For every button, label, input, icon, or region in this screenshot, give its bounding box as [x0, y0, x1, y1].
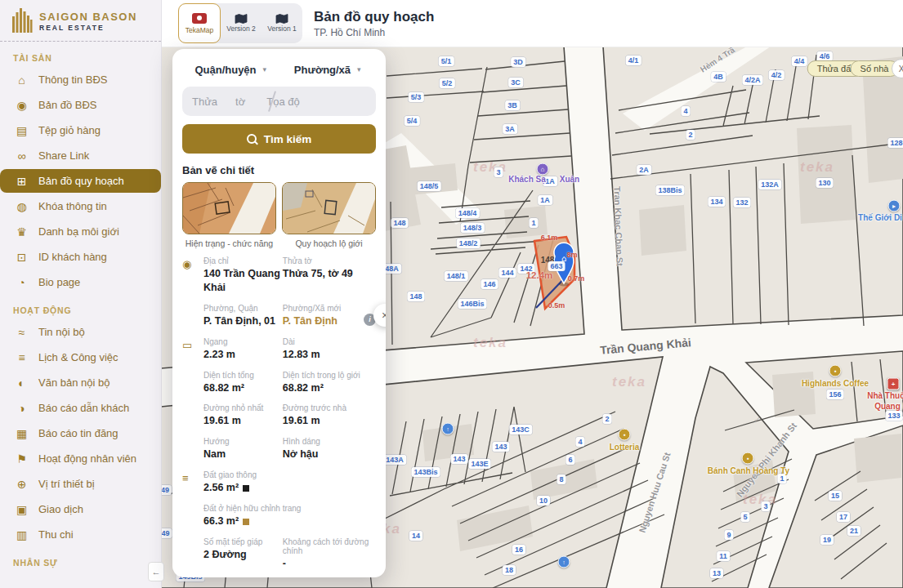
- tab-tekamap[interactable]: TekaMap: [178, 3, 221, 43]
- field-value: Nở hậu: [283, 448, 376, 461]
- parcel-number-badge: 3: [494, 167, 503, 177]
- search-button[interactable]: Tìm kiếm: [182, 124, 376, 154]
- sidebar-item-kh-a-th-ng-tin[interactable]: ◍Khóa thông tin: [0, 194, 161, 218]
- tekamap-icon: [192, 13, 207, 24]
- sidebar-item-th-ng-tin-b-s[interactable]: ⌂Thông tin BĐS: [0, 68, 161, 91]
- sheet-placeholder: tờ: [235, 96, 245, 108]
- poi-label: Xuân: [560, 175, 579, 184]
- parcel-number-badge: 148: [407, 292, 424, 301]
- sidebar-section-label: TÀI SẢN: [13, 53, 161, 63]
- ward-dropdown[interactable]: Phường/xã ▾: [279, 59, 377, 80]
- brand-logo[interactable]: SAIGON BASON REAL ESTATE: [0, 0, 161, 42]
- field-label: Thửa tờ: [283, 256, 376, 265]
- field-label: Phường/Xã mới: [283, 304, 376, 313]
- map-version-icon: [235, 12, 248, 22]
- detail-columns: Địa chỉ140 Trần Quang KhảiThửa tờThửa 75…: [203, 256, 376, 295]
- pharmacy-poi-icon[interactable]: +: [887, 378, 900, 390]
- field-value: 2 Đường: [203, 548, 283, 562]
- parcel-number-badge: 146Bis: [458, 299, 486, 309]
- sidebar-item-label: Văn bản nội bộ: [38, 376, 110, 389]
- field-label: Diện tích tổng: [203, 371, 283, 380]
- food-poi-icon[interactable]: ●: [619, 429, 631, 441]
- detail-row: Đất ở hiện hữu chỉnh trang66.3 m²: [182, 504, 376, 528]
- detail-field: Đất ở hiện hữu chỉnh trang66.3 m²: [203, 504, 376, 528]
- sidebar-item-danh-b-m-i-gi-i[interactable]: ♛Danh bạ môi giới: [0, 220, 161, 243]
- field-value: 68.82 m²: [283, 381, 376, 395]
- map-watermark: teka: [743, 492, 777, 508]
- field-value: 140 Trần Quang Khải: [203, 267, 283, 295]
- transit-stop-icon[interactable]: ↑: [442, 423, 454, 435]
- sidebar-item-thu-chi[interactable]: ▥Thu chi: [0, 523, 161, 546]
- sidebar: SAIGON BASON REAL ESTATE TÀI SẢN⌂Thông t…: [0, 0, 162, 588]
- icon-spacer: [182, 504, 203, 528]
- news-icon: ≈: [15, 326, 29, 339]
- detail-columns: Đường nhỏ nhất19.61 mĐường trước nhà19.6…: [203, 403, 376, 428]
- poi-label: Quang K: [874, 402, 903, 411]
- sidebar-section-label: HOẠT ĐỘNG: [13, 305, 161, 315]
- detail-row: ≡Đất giao thông2.56 m²: [182, 470, 376, 495]
- parcel-number-badge: 134: [708, 197, 725, 207]
- parcel-number-badge: 143A: [383, 455, 406, 465]
- parcel-number-badge: 14: [409, 531, 422, 541]
- parcel-number-badge: 146: [481, 279, 498, 289]
- sidebar-item-giao-d-ch[interactable]: ▣Giao dịch: [0, 497, 161, 521]
- tab-version-1[interactable]: Version 1: [262, 3, 302, 42]
- sidebar-item-share-link[interactable]: ∞Share Link: [0, 144, 161, 167]
- parcel-number-badge: 11: [717, 551, 730, 561]
- field-value: 66.3 m²: [203, 514, 376, 528]
- field-value: P. Tân Định, 01: [203, 314, 283, 328]
- sidebar-item-b-o-c-o-tin-ng[interactable]: ▦Báo cáo tin đăng: [0, 421, 161, 445]
- hotel-poi-icon[interactable]: ⌂: [537, 163, 549, 176]
- phone-poi-icon[interactable]: ▸: [888, 200, 901, 212]
- sidebar-item-label: Giao dịch: [38, 503, 83, 515]
- sidebar-item-id-kh-ch-h-ng[interactable]: ⊡ID khách hàng: [0, 245, 161, 269]
- collapse-panel-button[interactable]: ←: [148, 562, 164, 581]
- road-corridor-drawing-thumbnail[interactable]: [282, 182, 376, 234]
- current-status-drawing-thumbnail[interactable]: [182, 182, 276, 234]
- sidebar-item-v-n-b-n-n-i-b-[interactable]: ◐Văn bản nội bộ: [0, 371, 161, 394]
- sidebar-item-label: Khóa thông tin: [38, 200, 107, 212]
- sidebar-item-label: Bio page: [38, 276, 80, 288]
- tab-version-2[interactable]: Version 2: [221, 3, 262, 42]
- sidebar-item-b-n-b-s[interactable]: ◉Bản đồ BĐS: [0, 93, 161, 117]
- field-label: Đất ở hiện hữu chỉnh trang: [203, 504, 376, 513]
- poi-label: Khách Sạ: [508, 175, 546, 184]
- road-corridor-caption: Quy hoạch lộ giới: [282, 238, 376, 248]
- district-dropdown[interactable]: Quận/huyện ▾: [182, 59, 279, 80]
- poi-label: Bánh Canh Hoàng Ty: [708, 466, 789, 475]
- transaction-icon: ▣: [15, 503, 29, 516]
- field-label: Đường trước nhà: [283, 403, 376, 412]
- detail-field: Hình dángNở hậu: [283, 437, 376, 461]
- parcel-search-input[interactable]: Thửa tờ Tọa độ: [182, 87, 376, 116]
- map-watermark: teka: [612, 374, 646, 390]
- sidebar-item-label: Thông tin BĐS: [38, 74, 108, 86]
- app-window: ⌂ tekatekatekatekatekateka5/15/25/35/43D…: [0, 0, 903, 588]
- transit-stop-icon[interactable]: ↑: [558, 556, 570, 568]
- parcel-number-badge: 143E: [468, 459, 490, 469]
- detail-row: HướngNamHình dángNở hậu: [182, 437, 376, 461]
- parcel-number-badge: 5/4: [405, 116, 420, 126]
- sidebar-item-tin-n-i-b-[interactable]: ≈Tin nội bộ: [0, 320, 161, 344]
- parcel-number-badge: 1: [777, 474, 786, 483]
- sidebar-item-ho-t-ng-nh-n-vi-n[interactable]: ⚑Hoạt động nhân viên: [0, 447, 161, 470]
- parcel-number-badge: 3B: [505, 100, 520, 110]
- food-poi-icon[interactable]: ●: [829, 365, 842, 377]
- sidebar-item-b-o-c-o-d-n-kh-ch[interactable]: ◑Báo cáo dẫn khách: [0, 396, 161, 420]
- sidebar-item-t-p-gi-h-ng[interactable]: ▤Tệp giỏ hàng: [0, 118, 161, 142]
- detail-columns: Ngang2.23 mDài12.83 m: [203, 337, 376, 362]
- parcel-number-badge: 4/4: [792, 56, 807, 66]
- food-poi-icon[interactable]: ●: [742, 452, 754, 465]
- sidebar-item-label: Share Link: [38, 149, 89, 162]
- sidebar-item-bio-page[interactable]: ◔Bio page: [0, 270, 161, 294]
- detail-columns: HướngNamHình dángNở hậu: [203, 437, 376, 461]
- sidebar-item-label: Lịch & Công việc: [38, 351, 118, 363]
- detail-row: ▭Ngang2.23 mDài12.83 m: [182, 337, 376, 362]
- sidebar-item-b-n-quy-ho-ch[interactable]: ⊞Bản đồ quy hoạch: [0, 169, 161, 193]
- detail-field: Số mặt tiếp giáp2 Đường: [203, 537, 283, 571]
- chevron-down-icon: ▾: [357, 65, 361, 74]
- dimension-label: 8m: [566, 251, 577, 259]
- sidebar-item-l-ch-c-ng-vi-c[interactable]: ≡Lịch & Công việc: [0, 345, 161, 369]
- saigon-bason-logo-icon: [11, 8, 33, 34]
- field-value: -: [283, 557, 376, 571]
- sidebar-item-v-tr-thi-t-b-[interactable]: ⊕Vị trí thiết bị: [0, 472, 161, 496]
